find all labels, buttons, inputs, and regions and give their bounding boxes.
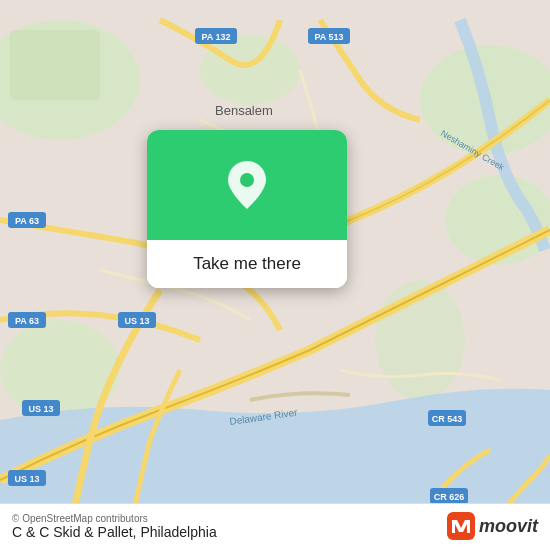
svg-text:Bensalem: Bensalem: [215, 103, 273, 118]
svg-point-29: [240, 173, 254, 187]
location-name: C & C Skid & Pallet, Philadelphia: [12, 524, 217, 540]
bottom-left: © OpenStreetMap contributors C & C Skid …: [12, 513, 217, 540]
svg-text:US 13: US 13: [124, 316, 149, 326]
svg-rect-30: [447, 512, 475, 540]
location-pin-icon: [225, 159, 269, 211]
svg-text:US 13: US 13: [28, 404, 53, 414]
svg-point-5: [200, 35, 300, 105]
bottom-bar: © OpenStreetMap contributors C & C Skid …: [0, 503, 550, 550]
svg-text:PA 132: PA 132: [201, 32, 230, 42]
svg-rect-7: [10, 30, 100, 100]
svg-text:PA 63: PA 63: [15, 216, 39, 226]
svg-text:PA 63: PA 63: [15, 316, 39, 326]
svg-text:CR 543: CR 543: [432, 414, 463, 424]
take-me-there-card[interactable]: Take me there: [147, 130, 347, 288]
svg-text:CR 626: CR 626: [434, 492, 465, 502]
svg-text:PA 513: PA 513: [314, 32, 343, 42]
moovit-logo: moovit: [447, 512, 538, 540]
map-container: Delaware River PA 132 PA 513 PA 63 PA 63…: [0, 0, 550, 550]
moovit-icon: [447, 512, 475, 540]
moovit-text: moovit: [479, 516, 538, 537]
card-green-area: [147, 130, 347, 240]
take-me-there-button[interactable]: Take me there: [147, 240, 347, 288]
svg-text:US 13: US 13: [14, 474, 39, 484]
copyright-text: © OpenStreetMap contributors: [12, 513, 217, 524]
